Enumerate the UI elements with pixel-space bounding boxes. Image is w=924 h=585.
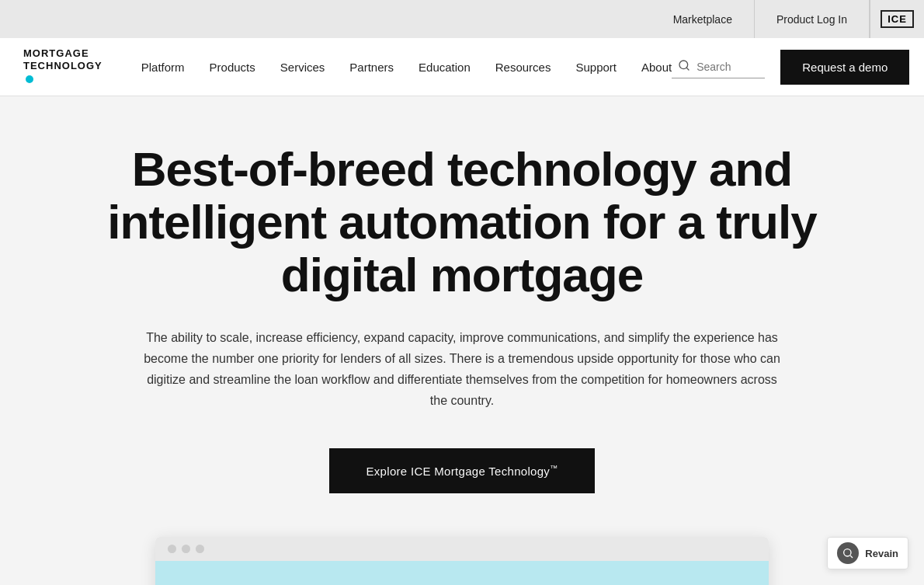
browser-dot-2 [182, 545, 190, 553]
ice-logo: ICE [881, 10, 914, 28]
nav-education[interactable]: Education [419, 61, 471, 74]
browser-dot-1 [168, 545, 176, 553]
trademark: ™ [550, 464, 558, 472]
marketplace-link[interactable]: Marketplace [651, 0, 755, 38]
nav-services[interactable]: Services [280, 61, 325, 74]
request-demo-button[interactable]: Request a demo [780, 50, 909, 85]
svg-point-2 [844, 549, 851, 556]
revain-badge[interactable]: Revain [827, 537, 908, 569]
svg-line-3 [850, 555, 853, 558]
hero-subtitle: The ability to scale, increase efficienc… [144, 327, 780, 412]
search-icon [678, 59, 690, 75]
nav-links: Platform Products Services Partners Educ… [141, 61, 672, 74]
product-log-link[interactable]: Product Log In [755, 0, 870, 38]
logo-dot-icon [26, 75, 33, 83]
search-input[interactable] [696, 61, 759, 73]
logo-line1: MORTGAGE [23, 47, 102, 60]
logo[interactable]: MORTGAGE TECHNOLOGY [23, 47, 102, 85]
browser-content [155, 561, 769, 585]
nav-right: Request a demo [672, 50, 909, 85]
logo-line2: TECHNOLOGY [23, 60, 102, 72]
ice-logo-link[interactable]: ICE [870, 0, 924, 38]
top-bar: Marketplace Product Log In ICE [0, 0, 924, 38]
nav-partners[interactable]: Partners [349, 61, 394, 74]
svg-line-1 [686, 68, 689, 70]
explore-button[interactable]: Explore ICE Mortgage Technology™ [329, 448, 596, 493]
browser-dot-3 [196, 545, 204, 553]
revain-label: Revain [865, 548, 898, 559]
nav-products[interactable]: Products [210, 61, 255, 74]
search-bar[interactable] [672, 56, 765, 78]
nav-about[interactable]: About [641, 61, 672, 74]
hero-section: Best-of-breed technology and intelligent… [0, 96, 924, 585]
browser-toolbar [155, 537, 769, 561]
browser-mockup [155, 537, 769, 585]
revain-icon [837, 542, 859, 564]
nav-platform[interactable]: Platform [141, 61, 185, 74]
hero-title: Best-of-breed technology and intelligent… [74, 143, 850, 302]
main-nav: MORTGAGE TECHNOLOGY Platform Products Se… [0, 38, 924, 96]
nav-support[interactable]: Support [575, 61, 617, 74]
nav-resources[interactable]: Resources [495, 61, 551, 74]
